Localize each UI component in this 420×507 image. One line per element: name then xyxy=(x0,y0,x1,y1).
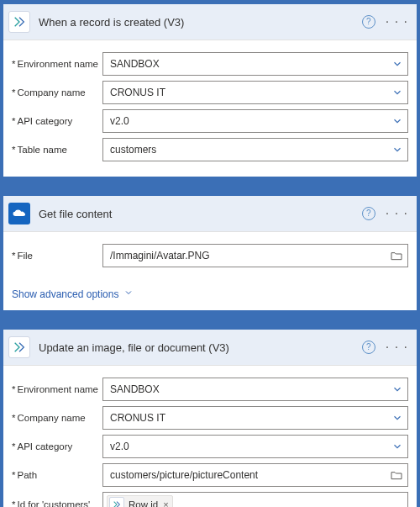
apicat-label: *API category xyxy=(12,441,102,452)
company-select[interactable]: CRONUS IT xyxy=(102,81,408,104)
file-label: *File xyxy=(12,251,102,261)
chevron-down-icon xyxy=(391,58,403,70)
help-icon[interactable]: ? xyxy=(362,15,375,29)
id-token-input[interactable]: Row id × xyxy=(102,492,408,507)
dynamics-365-icon xyxy=(8,11,30,33)
file-input[interactable]: /Immagini/Avatar.PNG xyxy=(102,244,408,267)
chevron-down-icon xyxy=(391,412,403,424)
step-header[interactable]: Get file content ? · · · xyxy=(3,196,417,232)
more-menu-icon[interactable]: · · · xyxy=(384,206,410,221)
table-select[interactable]: customers xyxy=(102,138,408,161)
step-when-record-created: When a record is created (V3) ? · · · *E… xyxy=(3,4,417,177)
chevron-down-icon xyxy=(123,288,134,300)
onedrive-icon xyxy=(8,203,30,224)
more-menu-icon[interactable]: · · · xyxy=(384,340,410,355)
chevron-down-icon xyxy=(391,383,403,395)
chevron-down-icon xyxy=(391,115,403,127)
step-header[interactable]: Update an image, file or document (V3) ?… xyxy=(3,330,417,366)
env-select[interactable]: SANDBOX xyxy=(102,378,408,401)
chevron-down-icon xyxy=(391,441,403,452)
company-label: *Company name xyxy=(12,87,102,98)
company-select[interactable]: CRONUS IT xyxy=(102,406,408,430)
id-label: *Id for 'customers' xyxy=(12,499,102,507)
table-label: *Table name xyxy=(12,145,102,155)
step-header[interactable]: When a record is created (V3) ? · · · xyxy=(3,4,417,40)
show-advanced-options[interactable]: Show advanced options xyxy=(3,283,417,310)
env-label: *Environment name xyxy=(12,384,102,394)
folder-picker-icon[interactable] xyxy=(390,249,403,262)
apicat-select[interactable]: v2.0 xyxy=(102,435,408,458)
help-icon[interactable]: ? xyxy=(362,341,375,354)
step-body: *Environment name SANDBOX *Company name … xyxy=(3,40,417,177)
more-menu-icon[interactable]: · · · xyxy=(384,14,410,29)
step-get-file-content: Get file content ? · · · *File /Immagini… xyxy=(3,196,417,310)
step-body: *Environment name SANDBOX *Company name … xyxy=(3,366,417,507)
step-title: When a record is created (V3) xyxy=(39,16,362,29)
chevron-down-icon xyxy=(391,144,403,156)
apicat-label: *API category xyxy=(12,116,102,126)
row-id-token[interactable]: Row id × xyxy=(107,495,173,507)
remove-token-icon[interactable]: × xyxy=(163,499,168,507)
step-body: *File /Immagini/Avatar.PNG xyxy=(3,232,417,283)
env-label: *Environment name xyxy=(12,59,102,69)
dynamics-365-icon xyxy=(8,336,30,358)
step-update-image: Update an image, file or document (V3) ?… xyxy=(3,330,417,507)
folder-picker-icon[interactable] xyxy=(390,468,403,482)
dynamics-365-icon xyxy=(109,497,124,507)
env-select[interactable]: SANDBOX xyxy=(102,52,408,76)
help-icon[interactable]: ? xyxy=(362,207,375,220)
company-label: *Company name xyxy=(12,413,102,423)
step-title: Update an image, file or document (V3) xyxy=(39,341,362,354)
path-input[interactable]: customers/picture/pictureContent xyxy=(102,463,408,487)
path-label: *Path xyxy=(12,470,102,480)
chevron-down-icon xyxy=(391,87,403,98)
apicat-select[interactable]: v2.0 xyxy=(102,109,408,133)
step-title: Get file content xyxy=(39,208,362,220)
